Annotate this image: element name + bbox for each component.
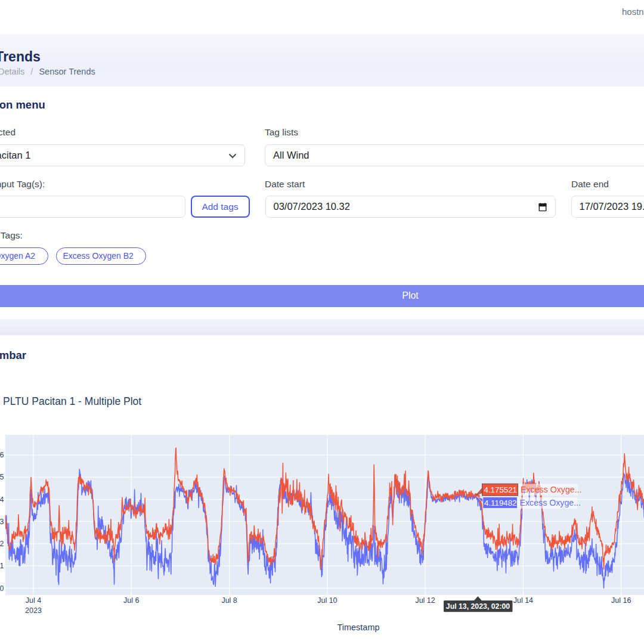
svg-text:5: 5 [0, 473, 4, 481]
svg-text:Timestamp: Timestamp [337, 623, 379, 632]
svg-text:4.119482: 4.119482 [484, 499, 516, 507]
svg-text:6: 6 [0, 451, 4, 459]
svg-text:Jul 12: Jul 12 [415, 596, 435, 605]
svg-text:Excess Oxyge...: Excess Oxyge... [521, 485, 582, 494]
svg-text:3: 3 [0, 518, 4, 526]
svg-text:2023: 2023 [25, 606, 42, 615]
svg-text:Jul 6: Jul 6 [123, 596, 139, 605]
svg-text:Excess Oxyge...: Excess Oxyge... [520, 498, 581, 507]
svg-text:Jul 14: Jul 14 [513, 596, 533, 605]
svg-text:Jul 16: Jul 16 [611, 596, 631, 605]
svg-text:Jul 4: Jul 4 [26, 596, 41, 605]
svg-text:1: 1 [0, 562, 4, 570]
svg-text:4: 4 [0, 496, 4, 504]
svg-text:0: 0 [0, 584, 4, 593]
svg-text:2: 2 [0, 540, 4, 548]
svg-text:Jul 10: Jul 10 [317, 596, 337, 605]
svg-text:4.175521: 4.175521 [484, 485, 517, 494]
svg-text:Jul 13, 2023, 02:00: Jul 13, 2023, 02:00 [446, 602, 510, 611]
svg-text:Jul 8: Jul 8 [221, 596, 237, 605]
